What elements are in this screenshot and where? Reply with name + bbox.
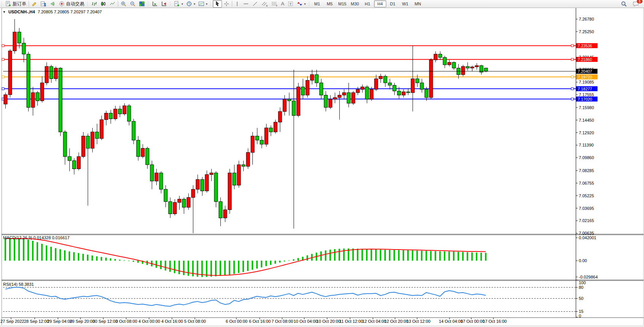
toolbar-grip[interactable] [87,1,88,6]
line-handle[interactable] [2,76,4,78]
line-handle[interactable] [571,88,573,90]
metaeditor-button[interactable] [30,0,39,8]
candle-body [301,87,305,95]
price-axis-tick-label: 7.06755 [579,181,594,185]
text-label-button[interactable]: T [286,0,295,8]
timeframe-button-m1[interactable]: M1 [311,0,323,7]
market-watch-icon [40,1,47,7]
line-handle[interactable] [571,58,573,61]
macd-histogram-bar [169,261,171,272]
timeframe-button-m30[interactable]: M30 [349,0,361,7]
zoom-in-button[interactable] [119,0,128,8]
candle-body [59,68,62,132]
macd-histogram-bar [444,251,445,261]
periods-button[interactable]: ▾ [185,0,197,8]
text-label-icon: T [287,1,294,7]
macd-histogram-bar [69,251,70,261]
candle-body [22,43,26,54]
macd-histogram-bar [220,261,221,276]
candle-body [297,87,300,116]
line-handle[interactable] [2,88,4,90]
timeframe-group: M1M5M15M30H1H4D1W1MN [311,0,424,7]
candle-body [379,76,382,79]
timeframe-button-m15[interactable]: M15 [336,0,348,7]
chart-background [0,8,644,327]
toolbar-separator [118,1,118,7]
rsi-axis-tick-label: 15 [579,309,583,314]
tile-windows-button[interactable] [137,0,146,8]
signals-icon [50,1,56,7]
macd-histogram-bar [233,261,235,274]
rsi-indicator-label: RSI(14) 58.3831 [3,282,34,287]
new-chart-button[interactable]: ▾ [172,0,185,8]
macd-histogram-bar [366,249,368,261]
macd-histogram-bar [389,250,390,261]
line-handle[interactable] [571,98,573,100]
cursor-button[interactable] [213,0,222,8]
templates-button[interactable]: ▾ [197,0,209,8]
macd-histogram-bar [448,251,450,261]
candlestick-button[interactable] [99,0,108,8]
market-watch-button[interactable] [39,0,48,8]
vertical-line-button[interactable] [233,0,241,8]
toolbar-grip[interactable] [308,1,310,6]
macd-histogram-bar [124,260,125,261]
chart-shift-button[interactable] [159,0,169,8]
macd-histogram-bar [210,261,212,277]
text-button[interactable]: A [279,0,286,8]
timeframe-button-h4[interactable]: H4 [374,0,386,7]
timeframe-button-d1[interactable]: D1 [387,0,399,7]
autotrading-button[interactable]: 自动交易 [57,0,86,8]
new-order-label: 新订单 [13,1,26,7]
candle-body [384,76,387,83]
zoom-out-button[interactable] [128,0,137,8]
timeframe-button-w1[interactable]: W1 [399,0,411,7]
macd-histogram-bar [238,261,239,273]
line-handle[interactable] [2,58,4,61]
chat-button[interactable]: 1 [631,0,641,8]
collapse-arrow-icon[interactable]: ▼ [3,10,6,14]
timeframe-button-mn[interactable]: MN [412,0,424,7]
timeframe-button-m5[interactable]: M5 [324,0,336,7]
candle-body [365,87,369,99]
candle-body [169,201,172,214]
price-axis-tick-label: 7.03695 [579,206,594,211]
macd-histogram-bar [133,261,134,262]
line-handle[interactable] [2,45,4,47]
candle-body [402,92,405,95]
toolbar-grip[interactable] [210,1,212,6]
chart-canvas[interactable]: 7.267807.252507.221457.206157.190857.175… [0,0,644,327]
fibonacci-button[interactable]: F [270,0,279,8]
equidistant-channel-button[interactable]: E [260,0,270,8]
auto-scroll-icon [152,1,158,7]
search-button[interactable] [619,0,629,8]
bar-chart-button[interactable] [90,0,99,8]
candle-body [72,161,76,169]
arrows-button[interactable]: ▾ [295,0,307,8]
line-handle[interactable] [571,76,573,78]
signals-button[interactable] [48,0,57,8]
candle-body [306,81,309,95]
trendline-button[interactable] [251,0,260,8]
macd-histogram-bar [458,252,459,261]
macd-histogram-bar [78,253,79,261]
line-chart-button[interactable] [108,0,117,8]
auto-scroll-button[interactable] [150,0,159,8]
candle-body [251,136,254,153]
toolbar-grip[interactable] [169,1,171,6]
bar-chart-icon [91,1,97,7]
svg-text:T: T [289,2,292,6]
crosshair-button[interactable] [222,0,231,8]
macd-histogram-bar [174,261,175,273]
macd-histogram-bar [46,245,47,261]
line-handle[interactable] [571,45,573,47]
macd-histogram-bar [59,249,61,261]
notification-badge[interactable]: 1 [636,0,643,4]
price-tag-label: 7.23536 [578,43,592,48]
toolbar-grip[interactable] [147,1,149,6]
macd-histogram-bar [192,261,194,276]
timeframe-button-h1[interactable]: H1 [361,0,374,7]
horizontal-line-button[interactable] [241,0,251,8]
new-order-button[interactable]: 新订单 [4,0,28,8]
toolbar-grip[interactable] [1,1,3,6]
